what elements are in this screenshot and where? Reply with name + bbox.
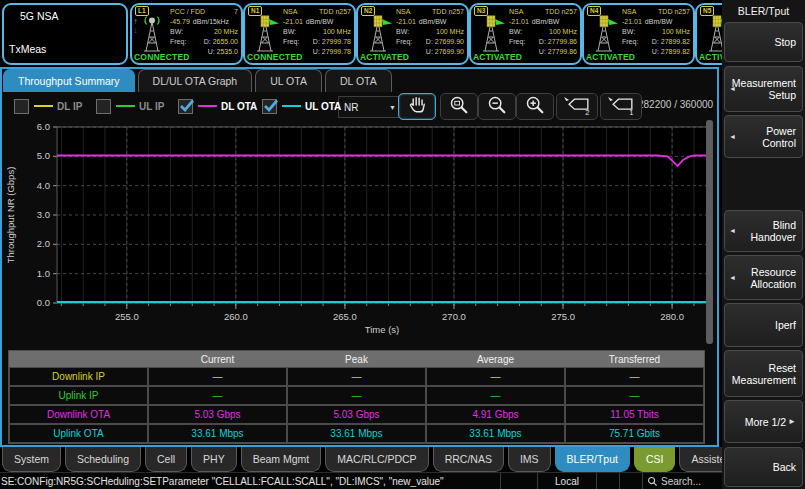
table-cell: 4.91 Gbps <box>426 405 565 424</box>
softkey-label: Reset Measurement <box>732 362 796 386</box>
cell-status-box-l1[interactable]: L1↑↓CONNECTEDPCC / FDD7-45.79dBm/15kHzBW… <box>130 3 243 65</box>
softkey-label: Resource Allocation <box>738 266 796 290</box>
softkey-back[interactable]: Back <box>724 447 803 487</box>
legend-label: DL OTA <box>221 101 257 112</box>
table-header-Average: Average <box>426 351 565 367</box>
cell-title-row: PCC / FDD7 <box>170 7 238 17</box>
softkey-measurement-setup[interactable]: ◄Measurement Setup <box>724 66 803 112</box>
chart-svg[interactable]: 255.0260.0265.0270.0275.0280.00.01.02.03… <box>0 113 715 349</box>
cell-info-column: NSATDD n257-21.01dBm/BWBW:100 MHzFreq:D:… <box>509 7 577 57</box>
bottom-tab-cell[interactable]: Cell <box>145 447 187 472</box>
checkbox-unchecked[interactable] <box>14 99 29 114</box>
table-row-label: Uplink IP <box>9 386 148 405</box>
legend-swatch <box>282 105 301 107</box>
cell-status-bar: 5G NSATxMeasL1↑↓CONNECTEDPCC / FDD7-45.7… <box>0 0 722 67</box>
cell-status-box-n5[interactable]: N5ACTIVATED <box>695 3 722 65</box>
ul-dl-arrows-icon: ↑↓ <box>132 17 139 35</box>
bottom-tab-csi[interactable]: CSI <box>634 447 676 472</box>
softkey-label: Power Control <box>738 125 796 149</box>
bottom-tab-bler-tput[interactable]: BLER/Tput <box>555 447 630 472</box>
checkbox-unchecked[interactable] <box>96 99 111 114</box>
svg-text:6.0: 6.0 <box>37 121 50 132</box>
table-cell: 11.05 Tbits <box>565 405 704 424</box>
cell-power-row: -45.79dBm/15kHz <box>170 17 238 27</box>
cell-status-box-n3[interactable]: N3ACTIVATEDNSATDD n257-21.01dBm/BWBW:100… <box>469 3 582 65</box>
graph-tab-bar: Throughput SummaryDL/UL OTA GraphUL OTAD… <box>3 69 392 91</box>
local-remote-indicator[interactable]: Local <box>537 473 596 489</box>
svg-text:1.0: 1.0 <box>37 268 50 279</box>
antenna-icon <box>587 15 621 57</box>
table-header-Current: Current <box>148 351 287 367</box>
chart-scrollbar[interactable] <box>706 120 713 344</box>
bottom-tab-rrc-nas[interactable]: RRC/NAS <box>433 447 504 472</box>
antenna-icon <box>135 15 169 57</box>
softkey-more-1-2[interactable]: More 1/2► <box>724 400 803 443</box>
softkey-reset-measurement[interactable]: Reset Measurement <box>724 350 803 397</box>
cell-freq-dl-row: Freq:D: 27699.90 <box>396 37 464 47</box>
cell-status-box-n4[interactable]: N4ACTIVATEDNSATDD n257-21.01dBm/BWBW:100… <box>582 3 695 65</box>
bottom-tab-mac-rlc-pdcp[interactable]: MAC/RLC/PDCP <box>325 447 428 472</box>
cell-bw-row: BW:100 MHz <box>622 27 690 37</box>
table-cell: 33.61 Mbps <box>426 424 565 443</box>
checkbox-checked[interactable] <box>262 99 277 114</box>
throughput-chart: 255.0260.0265.0270.0275.0280.00.01.02.03… <box>0 113 715 349</box>
tx-meas-label: TxMeas <box>9 43 46 55</box>
graph-tab-dl-ota[interactable]: DL OTA <box>325 69 392 92</box>
table-cell: — <box>565 386 704 405</box>
scpi-command-log: SE:CONFig:NR5G:SCHeduling:SETParameter "… <box>0 476 500 487</box>
cell-info-column: NSATDD n257-21.01dBm/BWBW:100 MHzFreq:D:… <box>622 7 690 57</box>
sidebar-title: BLER/Tput <box>722 5 805 17</box>
table-cell: 33.61 Mbps <box>287 424 426 443</box>
svg-text:5.0: 5.0 <box>37 150 50 161</box>
table-cell: 75.71 Gbits <box>565 424 704 443</box>
bottom-tab-assisted-tx-meas[interactable]: Assisted Tx Meas <box>679 447 722 472</box>
cell-freq-dl-row: Freq:D: 27799.86 <box>509 37 577 47</box>
cell-power-row: -21.01dBm/BW <box>622 17 690 27</box>
cell-bw-row: BW:20 MHz <box>170 27 238 37</box>
bottom-tab-beam-mgmt[interactable]: Beam Mgmt <box>241 447 322 472</box>
bottom-tab-system[interactable]: System <box>2 447 61 472</box>
softkey-label: Stop <box>774 36 796 48</box>
bottom-tab-phy[interactable]: PHY <box>191 447 237 472</box>
softkey-blind-handover[interactable]: ◄Blind Handover <box>724 210 803 252</box>
search-box[interactable]: Search... <box>642 473 722 489</box>
legend-swatch <box>198 105 217 107</box>
softkey-label: Back <box>773 461 796 473</box>
table-row-label: Downlink OTA <box>9 405 148 424</box>
status-cell-empty-3 <box>619 473 642 489</box>
table-header-Transferred: Transferred <box>565 351 704 367</box>
cell-freq-ul-row: U: 27799.86 <box>509 47 577 57</box>
checkbox-checked[interactable] <box>178 99 193 114</box>
cell-title-row: NSATDD n257 <box>396 7 464 17</box>
cell-bw-row: BW:100 MHz <box>509 27 577 37</box>
search-placeholder: Search... <box>661 476 701 487</box>
table-cell: 5.03 Gbps <box>287 405 426 424</box>
cell-status-box-n1[interactable]: N1CONNECTEDNSATDD n257-21.01dBm/BWBW:100… <box>243 3 356 65</box>
table-cell: — <box>148 386 287 405</box>
softkey-iperf[interactable]: Iperf <box>724 303 803 347</box>
svg-text:2.0: 2.0 <box>37 238 50 249</box>
softkey-resource-allocation[interactable]: ◄Resource Allocation <box>724 255 803 300</box>
bottom-tab-ims[interactable]: IMS <box>508 447 551 472</box>
cell-freq-dl-row: Freq:D: 2655.00 <box>170 37 238 47</box>
antenna-icon <box>361 15 395 57</box>
status-cell-empty-2 <box>596 473 619 489</box>
bottom-tab-bar: SystemSchedulingCellPHYBeam MgmtMAC/RLC/… <box>2 447 722 472</box>
softkey-power-control[interactable]: ◄Power Control <box>724 115 803 158</box>
softkey-stop[interactable]: Stop <box>724 22 803 62</box>
status-cell-empty-1 <box>500 473 537 489</box>
antenna-icon <box>700 15 722 57</box>
graph-tab-throughput-summary[interactable]: Throughput Summary <box>3 69 135 92</box>
graph-tab-dl-ul-ota-graph[interactable]: DL/UL OTA Graph <box>138 69 253 92</box>
bottom-tab-scheduling[interactable]: Scheduling <box>65 447 141 472</box>
cell-status-box-n2[interactable]: N2ACTIVATEDNSATDD n257-21.01dBm/BWBW:100… <box>356 3 469 65</box>
cell-connection-status: ACTIVATED <box>699 52 722 62</box>
cell-info-column: NSATDD n257-21.01dBm/BWBW:100 MHzFreq:D:… <box>283 7 351 57</box>
table-header-Peak: Peak <box>287 351 426 367</box>
cell-title-row: NSATDD n257 <box>622 7 690 17</box>
cell-bw-row: BW:100 MHz <box>283 27 351 37</box>
antenna-icon <box>474 15 508 57</box>
svg-text:4.0: 4.0 <box>37 180 50 191</box>
graph-tab-ul-ota[interactable]: UL OTA <box>255 69 322 92</box>
cell-info-column: NSATDD n257-21.01dBm/BWBW:100 MHzFreq:D:… <box>396 7 464 57</box>
